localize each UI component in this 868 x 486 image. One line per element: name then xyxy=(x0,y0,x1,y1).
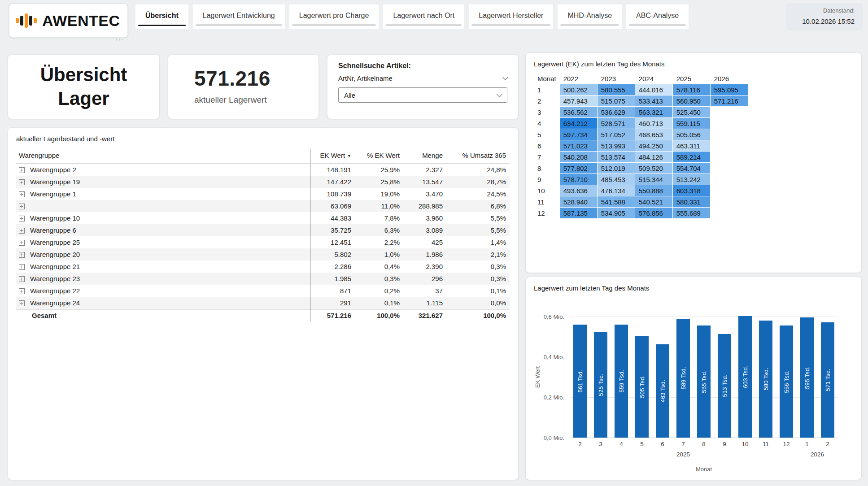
matrix-cell[interactable]: 533.413 xyxy=(635,95,673,107)
matrix-cell[interactable]: 515.075 xyxy=(598,95,635,107)
expand-plus-icon[interactable] xyxy=(19,167,25,173)
table-row[interactable]: 63.06911,0%288.9856,8% xyxy=(16,200,510,212)
matrix-cell[interactable]: 536.562 xyxy=(560,107,598,118)
matrix-cell[interactable]: 460.713 xyxy=(635,118,673,129)
matrix-cell[interactable]: 500.262 xyxy=(560,84,598,95)
matrix-cell[interactable]: 513.574 xyxy=(598,152,635,163)
matrix-column-header[interactable]: 2022 xyxy=(560,73,598,84)
matrix-cell[interactable]: 589.214 xyxy=(673,152,711,163)
matrix-cell[interactable]: 517.052 xyxy=(598,129,635,140)
matrix-cell[interactable]: 493.636 xyxy=(560,185,598,196)
matrix-cell[interactable]: 550.888 xyxy=(635,185,673,196)
expand-plus-icon[interactable] xyxy=(19,276,25,282)
expand-plus-icon[interactable] xyxy=(19,288,25,294)
matrix-cell[interactable]: 505.056 xyxy=(673,129,711,140)
nav-tab[interactable]: Lagerwert Hersteller xyxy=(469,4,553,29)
matrix-cell[interactable]: 541.588 xyxy=(598,196,635,208)
expand-plus-icon[interactable] xyxy=(19,216,25,221)
article-dropdown[interactable]: Alle xyxy=(338,87,507,103)
table-row[interactable]: Warengruppe 242910,1%1.1150,0% xyxy=(16,297,510,309)
matrix-cell[interactable]: 587.135 xyxy=(560,208,598,219)
matrix-column-header[interactable]: 2023 xyxy=(598,73,635,84)
nav-tab[interactable]: Übersicht xyxy=(135,4,188,29)
matrix-cell[interactable]: 578.710 xyxy=(560,174,598,185)
matrix-cell[interactable]: 513.993 xyxy=(598,140,635,152)
expand-plus-icon[interactable] xyxy=(19,204,25,209)
table-row[interactable]: Warengruppe 2512.4512,2%4251,4% xyxy=(16,236,510,248)
matrix-column-header[interactable]: Monat xyxy=(534,73,560,84)
nav-tab[interactable]: Lagerwert pro Charge xyxy=(289,4,379,29)
slicer-header[interactable]: ArtNr, Artikelname xyxy=(338,74,507,82)
matrix-cell[interactable]: 515.344 xyxy=(635,174,673,185)
bar[interactable]: 589 Tsd. xyxy=(676,319,690,438)
bar[interactable]: 571 Tsd. xyxy=(821,322,834,438)
matrix-column-header[interactable]: 2024 xyxy=(635,73,673,84)
matrix-cell[interactable]: 528.571 xyxy=(598,118,635,129)
matrix-cell[interactable]: 560.950 xyxy=(673,95,711,107)
matrix-cell[interactable]: 444.016 xyxy=(635,84,673,95)
nav-tab[interactable]: Lagerwert Entwicklung xyxy=(193,4,285,29)
bar[interactable]: 513 Tsd. xyxy=(718,334,731,438)
expand-plus-icon[interactable] xyxy=(19,179,25,185)
table-row[interactable]: Warengruppe 635.7256,3%3.0895,5% xyxy=(16,224,510,236)
bar[interactable]: 525 Tsd. xyxy=(594,332,607,438)
bar[interactable]: 555 Tsd. xyxy=(697,325,711,438)
bar[interactable]: 595 Tsd. xyxy=(800,317,814,438)
matrix-cell[interactable]: 512.019 xyxy=(598,163,635,174)
bar[interactable]: 556 Tsd. xyxy=(780,325,793,438)
nav-tab[interactable]: ABC-Analyse xyxy=(626,4,689,29)
table-row[interactable]: Warengruppe 205.8021,0%1.9862,1% xyxy=(16,248,510,260)
matrix-cell[interactable]: 540.521 xyxy=(635,196,673,208)
bar[interactable]: 561 Tsd. xyxy=(573,325,587,438)
matrix-cell[interactable]: 476.134 xyxy=(598,185,635,196)
column-header[interactable]: Menge xyxy=(403,149,446,164)
column-header[interactable]: % Umsatz 365 xyxy=(446,149,510,164)
expand-plus-icon[interactable] xyxy=(19,264,25,270)
bar[interactable]: 580 Tsd. xyxy=(759,321,772,438)
bar[interactable]: 505 Tsd. xyxy=(635,336,649,438)
matrix-column-header[interactable]: 2025 xyxy=(673,73,711,84)
table-row[interactable]: Warengruppe 1108.73919,0%3.47024,5% xyxy=(16,188,510,200)
matrix-cell[interactable]: 554.704 xyxy=(673,163,711,174)
matrix-cell[interactable]: 555.689 xyxy=(673,208,711,219)
bar[interactable]: 603 Tsd. xyxy=(738,316,752,438)
bar[interactable]: 559 Tsd. xyxy=(615,325,628,438)
matrix-cell[interactable]: 597.734 xyxy=(560,129,598,140)
expand-plus-icon[interactable] xyxy=(19,252,25,258)
matrix-cell[interactable]: 528.940 xyxy=(560,196,598,208)
matrix-cell[interactable]: 603.318 xyxy=(673,185,711,196)
matrix-cell[interactable]: 509.520 xyxy=(635,163,673,174)
matrix-cell[interactable]: 580.331 xyxy=(673,196,711,208)
matrix-cell[interactable]: 485.453 xyxy=(598,174,635,185)
matrix-cell[interactable]: 559.115 xyxy=(673,118,711,129)
table-row[interactable]: Warengruppe 19147.42225,8%13.54728,7% xyxy=(16,176,510,188)
column-header[interactable]: Warengruppe xyxy=(16,149,310,164)
expand-plus-icon[interactable] xyxy=(19,240,25,246)
matrix-cell[interactable]: 580.555 xyxy=(598,84,635,95)
matrix-cell[interactable]: 563.321 xyxy=(635,107,673,118)
matrix-cell[interactable]: 571.023 xyxy=(560,140,598,152)
table-row[interactable]: Warengruppe 212.2860,4%2.3900,3% xyxy=(16,260,510,273)
matrix-cell[interactable]: 578.116 xyxy=(673,84,711,95)
expand-plus-icon[interactable] xyxy=(19,300,25,306)
expand-plus-icon[interactable] xyxy=(19,191,25,197)
column-header[interactable]: EK Wert▼ xyxy=(310,149,355,164)
matrix-column-header[interactable]: 2026 xyxy=(711,73,748,84)
matrix-cell[interactable]: 595.095 xyxy=(711,84,748,95)
column-header[interactable]: % EK Wert xyxy=(355,149,403,164)
expand-plus-icon[interactable] xyxy=(19,228,25,234)
matrix-cell[interactable]: 513.242 xyxy=(673,174,711,185)
matrix-cell[interactable]: 540.208 xyxy=(560,152,598,163)
matrix-cell[interactable]: 577.802 xyxy=(560,163,598,174)
matrix-cell[interactable]: 534.905 xyxy=(598,208,635,219)
table-row[interactable]: Warengruppe 228710,2%370,1% xyxy=(16,285,510,297)
matrix-cell[interactable]: 463.311 xyxy=(673,140,711,152)
bar[interactable]: 463 Tsd. xyxy=(656,344,669,438)
table-row[interactable]: Warengruppe 231.9850,3%2960,3% xyxy=(16,273,510,285)
matrix-cell[interactable]: 494.250 xyxy=(635,140,673,152)
matrix-cell[interactable]: 536.629 xyxy=(598,107,635,118)
nav-tab[interactable]: MHD-Analyse xyxy=(558,4,622,29)
table-row[interactable]: Warengruppe 2148.19125,9%2.32724,8% xyxy=(16,164,510,176)
more-options-button[interactable]: ... xyxy=(116,36,124,40)
nav-tab[interactable]: Lagerwert nach Ort xyxy=(383,4,464,29)
